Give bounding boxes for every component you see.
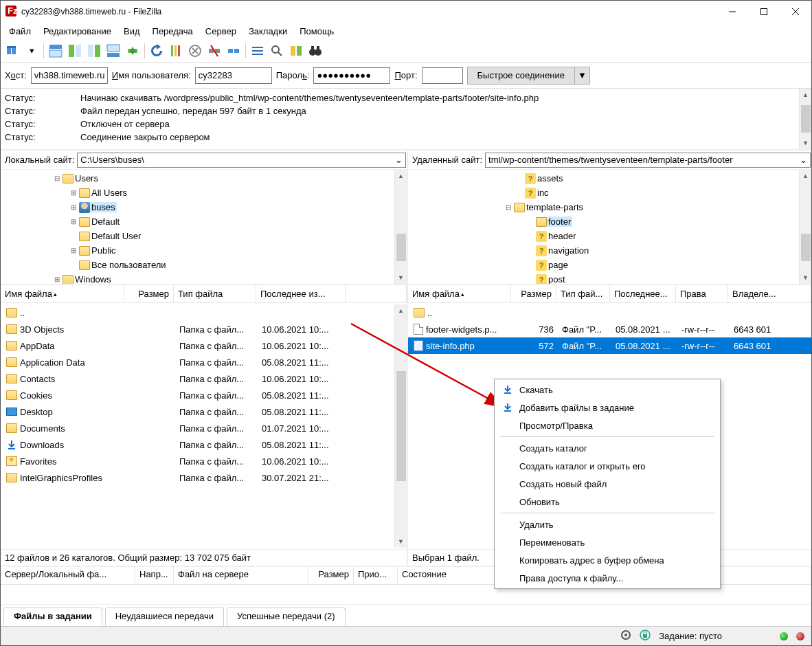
list-item[interactable]: Desktop Папка с файл... 05.08.2021 11:..… <box>1 403 394 420</box>
tree-node[interactable]: footer <box>411 214 796 229</box>
context-menu-item[interactable]: Переименовать <box>496 533 719 551</box>
tab-queued[interactable]: Файлы в задании <box>3 608 102 626</box>
toggle-local-tree-button[interactable] <box>66 42 84 60</box>
tree-node[interactable]: ? header <box>411 229 796 243</box>
remote-list-header[interactable]: Имя файла▴ Размер Тип фай... Последнее..… <box>408 285 811 303</box>
remote-path-input[interactable] <box>485 153 811 168</box>
context-menu-item[interactable]: Создать новый файл <box>496 475 719 493</box>
collapse-icon[interactable]: ⊟ <box>53 175 61 183</box>
toggle-queue-button[interactable] <box>104 42 122 60</box>
port-input[interactable] <box>422 67 463 84</box>
expand-icon[interactable]: ⊞ <box>69 247 78 255</box>
menu-transfer[interactable]: Передача <box>147 25 199 38</box>
compare-button[interactable] <box>287 42 305 60</box>
sync-browse-button[interactable] <box>124 42 142 60</box>
port-label: Порт: <box>394 70 417 80</box>
tree-node[interactable]: ⊞ buses <box>3 200 392 214</box>
menu-help[interactable]: Помощь <box>294 25 339 38</box>
remote-tree[interactable]: ? assets? inc⊟ template-parts footer? he… <box>408 170 799 284</box>
cancel-button[interactable] <box>186 42 204 60</box>
local-tree[interactable]: ⊟ Users⊞ All Users⊞ buses⊞ Default Defau… <box>1 170 394 284</box>
expand-icon[interactable]: ⊞ <box>69 218 78 226</box>
quickconnect-dropdown[interactable]: ▼ <box>575 67 590 85</box>
local-path-input[interactable] <box>77 153 406 168</box>
context-menu-item[interactable]: Добавить файлы в задание <box>496 399 719 416</box>
context-menu-item[interactable]: Права доступа к файлу... <box>496 569 719 587</box>
log-scrollbar[interactable]: ▲▼ <box>799 89 811 149</box>
filter-button[interactable] <box>249 42 267 60</box>
menu-file[interactable]: Файл <box>3 25 36 38</box>
list-item[interactable]: Downloads Папка с файл... 05.08.2021 11:… <box>1 436 394 453</box>
tab-success[interactable]: Успешные передачи (2) <box>227 608 345 626</box>
tree-node[interactable]: ? inc <box>411 186 796 200</box>
tree-node[interactable]: ⊞ Public <box>3 243 392 258</box>
expand-icon[interactable]: ⊞ <box>69 203 78 212</box>
list-item[interactable]: Contacts Папка с файл... 10.06.2021 10:.… <box>1 370 394 387</box>
tree-node[interactable]: ⊟ Users <box>3 171 392 186</box>
list-item[interactable]: .. <box>408 304 811 321</box>
list-item[interactable]: Documents Папка с файл... 01.07.2021 10:… <box>1 420 394 436</box>
reconnect-button[interactable] <box>225 42 243 60</box>
close-button[interactable] <box>780 1 811 23</box>
lock-icon[interactable] <box>640 630 651 643</box>
binoculars-icon[interactable] <box>306 42 324 60</box>
pass-input[interactable] <box>313 67 390 84</box>
tree-node[interactable]: ? post <box>411 272 796 284</box>
remote-tree-scrollbar[interactable]: ▲▼ <box>799 170 811 284</box>
local-tree-scrollbar[interactable]: ▲▼ <box>394 170 407 284</box>
toggle-log-button[interactable] <box>47 42 65 60</box>
process-queue-button[interactable] <box>167 42 185 60</box>
menu-server[interactable]: Сервер <box>200 25 242 38</box>
list-item[interactable]: .. <box>1 304 394 321</box>
list-item[interactable]: Cookies Папка с файл... 05.08.2021 11:..… <box>1 387 394 403</box>
toggle-remote-tree-button[interactable] <box>85 42 103 60</box>
list-item[interactable]: IntelGraphicsProfiles Папка с файл... 30… <box>1 469 394 486</box>
list-item[interactable]: Favorites Папка с файл... 10.06.2021 10:… <box>1 453 394 469</box>
context-menu-item[interactable]: Создать каталог <box>496 439 719 457</box>
tree-node[interactable]: Default User <box>3 229 392 243</box>
tree-node[interactable]: ⊞ All Users <box>3 186 392 200</box>
tree-node[interactable]: ? assets <box>411 171 796 186</box>
context-menu-item[interactable]: Просмотр/Правка <box>496 416 719 434</box>
context-menu-item[interactable]: Удалить <box>496 515 719 533</box>
menu-bookmarks[interactable]: Закладки <box>243 25 293 38</box>
context-menu-item[interactable]: Копировать адрес в буфер обмена <box>496 551 719 569</box>
tree-node[interactable]: ⊟ template-parts <box>411 200 796 214</box>
expand-icon[interactable]: ⊞ <box>69 189 78 197</box>
local-list-scrollbar[interactable]: ▲▼ <box>394 304 407 548</box>
quickconnect-button[interactable]: Быстрое соединение <box>467 67 575 85</box>
refresh-button[interactable] <box>148 42 166 60</box>
context-menu-item[interactable]: Обновить <box>496 493 719 511</box>
maximize-button[interactable] <box>748 1 780 23</box>
tree-node[interactable]: ? page <box>411 258 796 272</box>
expand-icon[interactable]: ⊞ <box>53 276 61 284</box>
chevron-down-icon[interactable]: ⌄ <box>800 155 807 165</box>
context-menu-item[interactable]: Создать каталог и открыть его <box>496 457 719 475</box>
tab-failed[interactable]: Неудавшиеся передачи <box>105 608 224 626</box>
collapse-icon[interactable]: ⊟ <box>504 203 512 212</box>
list-item[interactable]: footer-widgets.p... 736 Файл "P... 05.08… <box>408 321 811 337</box>
dropdown-icon[interactable]: ▾ <box>23 42 41 60</box>
list-item[interactable]: Application Data Папка с файл... 05.08.2… <box>1 354 394 370</box>
menu-edit[interactable]: Редактирование <box>38 25 117 38</box>
local-file-list[interactable]: .. 3D Objects Папка с файл... 10.06.2021… <box>1 304 394 548</box>
tree-node[interactable]: ⊞ Windows <box>3 272 392 284</box>
tree-node[interactable]: ⊞ Default <box>3 214 392 229</box>
chevron-down-icon[interactable]: ⌄ <box>395 155 403 165</box>
folder-icon <box>79 232 90 241</box>
context-menu-item[interactable]: Скачать <box>496 381 719 399</box>
host-input[interactable] <box>31 67 108 84</box>
list-item[interactable]: AppData Папка с файл... 10.06.2021 10:..… <box>1 337 394 354</box>
disconnect-button[interactable] <box>205 42 223 60</box>
minimize-button[interactable] <box>717 1 748 23</box>
user-input[interactable] <box>195 67 272 84</box>
menu-view[interactable]: Вид <box>118 25 146 38</box>
local-list-header[interactable]: Имя файла▴ Размер Тип файла Последнее из… <box>1 285 407 303</box>
list-item[interactable]: site-info.php 572 Файл "P... 05.08.2021 … <box>408 337 811 354</box>
site-manager-button[interactable] <box>3 42 21 60</box>
search-button[interactable] <box>268 42 286 60</box>
tree-node[interactable]: Все пользователи <box>3 258 392 272</box>
tree-node[interactable]: ? navigation <box>411 243 796 258</box>
list-item[interactable]: 3D Objects Папка с файл... 10.06.2021 10… <box>1 321 394 337</box>
gear-icon[interactable] <box>620 630 631 643</box>
